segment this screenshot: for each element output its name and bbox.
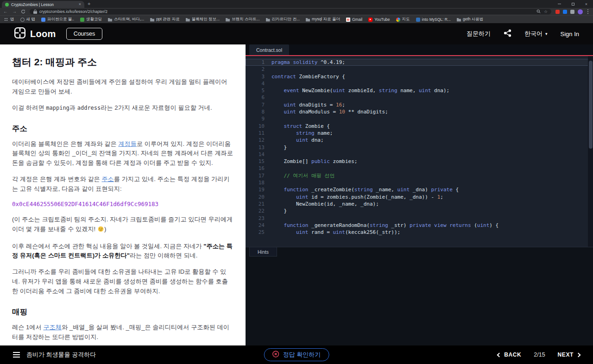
bookmark-label: 블록체인 정보... [192,17,220,22]
tab-hints[interactable]: Hints [249,247,277,257]
code-line: 19 function _createZombie(string _name, … [246,186,593,193]
bookmark-label: 앱 [10,17,14,22]
refresh-icon[interactable] [21,9,25,14]
window-maximize-icon[interactable] [566,0,580,8]
scrollbar-thumb[interactable] [589,61,593,149]
code-line: 4 [246,80,593,87]
bookmark-label: 브랜치 스마트... [232,17,259,22]
hints-content [246,257,593,345]
next-button[interactable]: NEXT [558,351,580,358]
line-number: 25 [246,229,271,236]
url-text: cryptozombies.io/ko/lesson/2/chapter/2 [39,9,107,14]
lesson-paragraph: 각 계정은 은행 계좌 번호와 같은 주소를 가지고 있네. 주소는 특정 계정… [12,175,233,194]
back-button[interactable]: BACK [498,351,521,358]
editor-scrollbar[interactable] [588,56,593,247]
chapters-menu-icon[interactable] [13,354,20,355]
folder-icon [108,18,112,22]
line-number: 14 [246,151,271,158]
brand[interactable]: Loom [14,27,56,41]
bookmark-item[interactable]: into MySQL: R... [416,17,451,22]
bookmark-item[interactable]: YouTube [368,17,390,22]
folder-icon [186,18,190,22]
bookmark-item[interactable]: 리카르디안 컨... [266,17,300,22]
extensions-puzzle-icon[interactable] [570,10,574,14]
bookmark-item[interactable]: MGmail [346,17,362,22]
code-text: pragma solidity ^0.4.19; [271,59,345,66]
bookmark-item[interactable]: mysql 자료 폴더 [306,17,340,22]
code-text: event NewZombie(uint zombieId, string na… [271,87,449,94]
wink-emoji-icon [98,226,104,235]
line-number: 9 [246,115,271,122]
bookmark-item[interactable]: 스타트랙, 바다,... [108,17,144,22]
folder-icon [457,18,461,22]
back-icon[interactable]: ← [3,9,8,14]
text-segment: uint [296,137,309,143]
bookmark-item[interactable]: 브랜치 스마트... [226,17,259,22]
lesson-panel[interactable]: 챕터 2: 매핑과 주소 데이터베이스에 저장된 좀비들에게 주인을 설정하여 … [0,44,246,345]
code-line: 12 uint dna; [246,137,593,144]
bookmark-label: ppt 관련 자료 [156,17,180,22]
line-number: 5 [246,87,271,94]
address-bar[interactable]: cryptozombies.io/ko/lesson/2/chapter/2 ☆ [30,9,551,14]
bookmark-item[interactable]: 블록체인 정보... [186,17,220,22]
bookmark-star-icon[interactable]: ☆ [544,9,548,14]
language-selector[interactable]: 한국어 ▾ [524,30,548,38]
bookmark-item[interactable]: geth 사용법 [457,17,483,22]
profile-avatar[interactable] [578,9,583,14]
text-segment: function [284,222,309,228]
globe-icon [20,18,25,22]
back-label: BACK [504,351,521,358]
tab-contract-sol[interactable]: Contract.sol [249,44,289,55]
bookmark-item[interactable]: 새 탭 [20,17,35,22]
chevron-right-icon [576,352,581,357]
lesson-paragraph: 그러니까 주소를 우리 좀비들에 대한 소유권을 나타내는 고유 ID로 활용할… [12,267,233,296]
lesson-chapter-title: 챕터 2: 매핑과 주소 [12,56,233,69]
lesson-link[interactable]: 구조체 [43,324,62,331]
brand-name: Loom [30,29,56,39]
text-segment: uint [333,88,345,94]
code-line: 3contract ZombieFactory { [246,73,593,80]
zoom-icon[interactable] [536,9,541,14]
bookmark-item[interactable]: 생활코딩 [80,17,102,22]
bookmark-item[interactable]: 파이썬으로 블.. [41,17,74,22]
code-text: uint rand = uint(keccak256(_str)); [271,229,400,236]
code-line: 2 [246,66,593,73]
menu-icon[interactable] [587,11,588,12]
check-answer-button[interactable]: 정답 확인하기 [264,348,329,361]
courses-button[interactable]: Courses [66,28,103,40]
code-line: 7 uint dnaDigits = 16; [246,101,593,108]
code-editor[interactable]: 1pragma solidity ^0.4.19;23contract Zomb… [246,56,593,247]
line-number: 15 [246,158,271,165]
text-segment: 10 [339,109,345,115]
lesson-link[interactable]: 계정들 [118,140,137,147]
code-text: string name; [271,130,333,137]
window-minimize-icon[interactable] [553,0,566,8]
code-text: Zombie[] public zombies; [271,158,357,165]
tab-close-icon[interactable]: × [79,2,81,6]
extension-icon[interactable] [563,10,567,14]
code-line: 25 uint rand = uint(keccak256(_str)); [246,229,593,236]
extension-icon[interactable] [555,10,560,14]
ask-question-link[interactable]: 질문하기 [467,30,491,38]
signin-link[interactable]: Sign In [561,31,579,38]
window-close-icon[interactable]: × [580,0,593,8]
bookmark-label: YouTube [374,17,390,22]
maps-icon [396,18,400,22]
lesson-link[interactable]: 주소 [101,176,114,182]
x-circle-icon [272,351,279,359]
new-tab-button[interactable]: + [88,1,90,6]
bookmark-item[interactable]: 지도 [396,17,410,22]
bookmark-item[interactable]: 앱 [4,17,14,22]
line-number: 8 [246,108,271,115]
browser-tab[interactable]: CryptoZombies | Lesson × [2,1,84,8]
line-number: 23 [246,215,271,222]
code-line: 13 } [246,144,593,151]
lock-icon [33,9,37,14]
code-text: uint dnaDigits = 16; [271,101,345,108]
share-icon[interactable] [504,29,511,39]
text-segment: view [434,222,447,228]
bookmark-item[interactable]: ppt 관련 자료 [150,17,180,22]
code-line: 17 // 여기서 매핑 선언 [246,172,593,179]
text-segment: // 여기서 매핑 선언 [284,173,335,179]
forward-icon[interactable]: → [12,9,17,14]
